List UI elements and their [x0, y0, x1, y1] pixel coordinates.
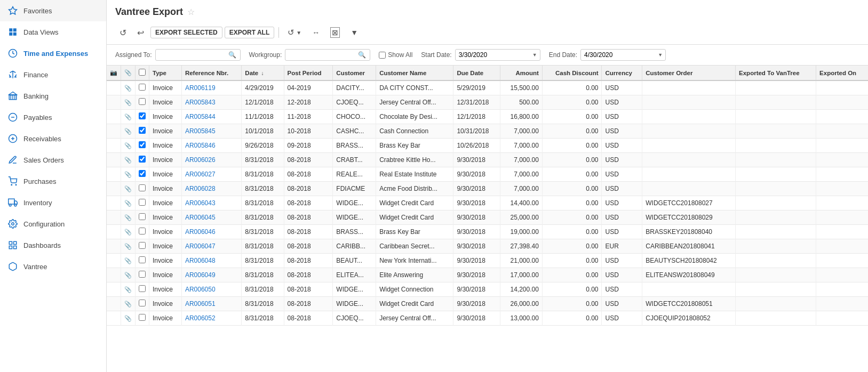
ref-link[interactable]: AR006026	[185, 156, 216, 164]
sidebar-item-payables[interactable]: Payables	[0, 107, 106, 128]
sidebar-item-dashboards[interactable]: Dashboards	[0, 234, 106, 256]
td-check[interactable]	[136, 211, 149, 225]
sidebar-item-configuration[interactable]: Configuration	[0, 213, 106, 234]
ref-link[interactable]: AR006027	[185, 171, 216, 178]
show-all-checkbox[interactable]	[379, 52, 386, 59]
td-attach: 📎	[121, 311, 136, 326]
row-checkbox[interactable]	[139, 256, 146, 263]
undo-icon: ↩	[137, 28, 144, 38]
refresh2-button[interactable]: ↺ ▼	[283, 26, 306, 39]
ref-link[interactable]: AR005844	[185, 113, 216, 120]
end-date-select[interactable]: 4/30/2020	[580, 49, 666, 61]
td-check[interactable]	[136, 311, 149, 326]
td-check[interactable]	[136, 297, 149, 311]
start-date-select[interactable]: 3/30/2020	[455, 49, 540, 61]
ref-link[interactable]: AR006043	[185, 199, 216, 207]
td-check[interactable]	[136, 196, 149, 211]
td-check[interactable]	[136, 139, 149, 153]
ref-link[interactable]: AR006052	[185, 314, 216, 322]
end-date-label: End Date:	[549, 51, 577, 59]
row-checkbox[interactable]	[139, 141, 146, 148]
export-selected-button[interactable]: EXPORT SELECTED	[150, 27, 222, 38]
td-check[interactable]	[136, 268, 149, 282]
td-check[interactable]	[136, 167, 149, 182]
row-checkbox[interactable]	[139, 285, 146, 292]
sidebar-item-sales-orders[interactable]: Sales Orders	[0, 149, 106, 171]
sidebar-item-inventory[interactable]: Inventory	[0, 192, 106, 213]
workgroup-input-wrapper[interactable]: 🔍	[285, 49, 370, 61]
ref-link[interactable]: AR006050	[185, 286, 216, 293]
td-check[interactable]	[136, 153, 149, 167]
row-checkbox[interactable]	[139, 242, 146, 249]
sidebar-item-time-expenses[interactable]: Time and Expenses	[0, 43, 106, 64]
sidebar-item-data-views[interactable]: Data Views	[0, 21, 106, 43]
td-check[interactable]	[136, 110, 149, 124]
export-all-button[interactable]: EXPORT ALL	[225, 27, 275, 38]
ref-link[interactable]: AR006119	[185, 84, 216, 92]
row-checkbox[interactable]	[139, 199, 146, 206]
ref-link[interactable]: AR006051	[185, 300, 216, 308]
td-check[interactable]	[136, 239, 149, 254]
row-checkbox[interactable]	[139, 300, 146, 306]
undo-button[interactable]: ↩	[133, 26, 148, 40]
attach-icon: 📎	[124, 157, 132, 163]
td-attach: 📎	[121, 196, 136, 211]
ref-link[interactable]: AR006049	[185, 271, 216, 279]
dashboard-icon	[7, 240, 18, 250]
ref-link[interactable]: AR005846	[185, 142, 216, 149]
ref-link[interactable]: AR006045	[185, 214, 216, 221]
sidebar-item-banking[interactable]: Banking	[0, 85, 106, 107]
row-checkbox[interactable]	[139, 127, 146, 134]
td-ref: AR005845	[181, 124, 241, 139]
sidebar-item-finance[interactable]: Finance	[0, 64, 106, 85]
td-check[interactable]	[136, 124, 149, 139]
sidebar-item-vantree[interactable]: Vantree	[0, 256, 106, 277]
td-ref: AR006027	[181, 167, 241, 182]
td-icon	[107, 124, 121, 139]
td-check[interactable]	[136, 182, 149, 196]
row-checkbox[interactable]	[139, 271, 146, 278]
row-checkbox[interactable]	[139, 314, 146, 321]
td-amount: 19,000.00	[500, 225, 542, 239]
table-row: 📎 Invoice AR006043 8/31/2018 08-2018 WID…	[107, 196, 868, 211]
th-type: Type	[149, 66, 182, 80]
sidebar-item-purchases[interactable]: Purchases	[0, 171, 106, 192]
row-checkbox[interactable]	[139, 156, 146, 163]
row-checkbox[interactable]	[139, 184, 146, 191]
row-checkbox[interactable]	[139, 213, 146, 220]
td-check[interactable]	[136, 80, 149, 95]
show-all-label[interactable]: Show All	[379, 51, 412, 59]
grid-button[interactable]: ⊠	[326, 25, 344, 40]
row-checkbox[interactable]	[139, 170, 146, 177]
th-date[interactable]: Date ↓	[242, 66, 284, 80]
row-checkbox[interactable]	[139, 98, 146, 105]
select-all-checkbox[interactable]	[139, 69, 146, 76]
attach-icon: 📎	[124, 257, 132, 264]
workgroup-input[interactable]	[289, 51, 358, 59]
sidebar-item-receivables[interactable]: Receivables	[0, 128, 106, 149]
clock-icon	[7, 48, 18, 59]
ref-link[interactable]: AR006028	[185, 185, 216, 192]
assigned-to-input-wrapper[interactable]: 🔍	[155, 49, 241, 61]
ref-link[interactable]: AR006047	[185, 242, 216, 250]
td-check[interactable]	[136, 95, 149, 110]
row-checkbox[interactable]	[139, 112, 146, 119]
td-check[interactable]	[136, 225, 149, 239]
ref-link[interactable]: AR006046	[185, 228, 216, 236]
row-checkbox[interactable]	[139, 228, 146, 234]
row-checkbox[interactable]	[139, 84, 146, 91]
assigned-to-input[interactable]	[159, 51, 228, 59]
ref-link[interactable]: AR006048	[185, 257, 216, 264]
td-customer-name: Widget Credit Card	[376, 297, 453, 311]
td-ref: AR005846	[181, 139, 241, 153]
td-check[interactable]	[136, 254, 149, 268]
favorite-star-icon[interactable]: ☆	[187, 7, 195, 17]
refresh-button[interactable]: ↺	[115, 26, 131, 40]
td-check[interactable]	[136, 282, 149, 297]
ref-link[interactable]: AR005843	[185, 99, 216, 106]
ref-link[interactable]: AR005845	[185, 127, 216, 135]
th-checkbox[interactable]	[136, 66, 149, 80]
filter-button[interactable]: ▼	[346, 26, 362, 39]
sidebar-item-favorites[interactable]: Favorites	[0, 0, 106, 21]
expand-button[interactable]: ↔	[308, 26, 324, 39]
